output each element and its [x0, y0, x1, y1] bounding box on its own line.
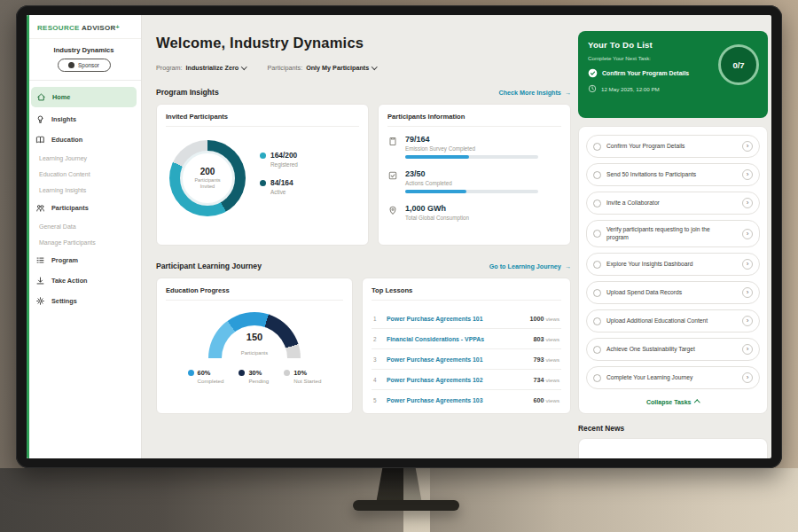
chevron-down-icon	[241, 64, 246, 69]
chevron-right-icon[interactable]: ›	[742, 287, 753, 298]
sidebar-item-home[interactable]: Home	[31, 87, 137, 107]
brand-advisor: ADVISOR	[82, 24, 116, 32]
todo-panel: Your To Do List Complete Your Next Task:…	[578, 31, 768, 458]
participants-select[interactable]: Participants: Only My Participants	[268, 64, 377, 72]
section-title-learning-journey: Participant Learning Journey	[156, 262, 262, 270]
main-content: Welcome, Industry Dynamics Program: Indu…	[142, 15, 578, 458]
org-name: Industry Dynamics	[27, 46, 141, 54]
page-title: Welcome, Industry Dynamics	[156, 35, 571, 51]
lesson-link[interactable]: Power Purchase Agreements 101	[387, 356, 483, 363]
invited-participants-title: Invited Participants	[166, 113, 359, 127]
gauge-legend: 60% Completed 30% Pending 10% Not Starte…	[188, 369, 322, 384]
task-checkbox[interactable]	[593, 143, 601, 151]
sidebar-item-program[interactable]: Program	[27, 250, 141, 270]
sidebar-item-education-content[interactable]: Education Content	[27, 166, 141, 182]
chevron-right-icon[interactable]: ›	[742, 141, 753, 152]
home-icon	[36, 92, 46, 102]
todo-task-row[interactable]: Upload Spend Data Records ›	[586, 281, 760, 304]
gauge-center-value: 150	[208, 332, 301, 342]
clock-icon	[588, 84, 597, 93]
sidebar-item-take-action[interactable]: Take Action	[27, 270, 141, 291]
todo-task-row[interactable]: Confirm Your Program Details ›	[586, 135, 760, 158]
todo-task-row[interactable]: Complete Your Learning Journey ›	[586, 366, 760, 389]
learning-card-row: Education Progress 150 Participants	[156, 278, 571, 414]
program-select[interactable]: Program: Industrialize Zero	[156, 64, 246, 72]
donut-legend: 164/200 Registered 84/164 Active	[260, 151, 298, 206]
sidebar-item-settings[interactable]: Settings	[27, 291, 141, 311]
lesson-link[interactable]: Financial Considerations - VPPAs	[387, 336, 484, 342]
education-progress-card: Education Progress 150 Participants	[156, 278, 353, 414]
go-to-learning-journey-link[interactable]: Go to Learning Journey →	[489, 262, 571, 270]
book-icon	[35, 135, 45, 145]
left-green-accent	[27, 15, 29, 458]
learning-journey-header: Participant Learning Journey Go to Learn…	[156, 262, 571, 270]
education-progress-title: Education Progress	[166, 286, 343, 301]
chevron-right-icon[interactable]: ›	[742, 259, 753, 270]
lesson-link[interactable]: Power Purchase Agreements 102	[387, 377, 483, 383]
todo-next-task[interactable]: Confirm Your Program Details	[588, 68, 712, 78]
sidebar-item-participants[interactable]: Participants	[27, 198, 141, 218]
gear-icon	[35, 296, 45, 306]
lesson-link[interactable]: Power Purchase Agreements 101	[387, 316, 483, 322]
monitor-bezel: RESOURCE ADVISOR+ Industry Dynamics Spon…	[16, 5, 782, 468]
task-checkbox[interactable]	[593, 171, 601, 179]
completed-dot	[188, 370, 194, 376]
task-checkbox[interactable]	[593, 230, 601, 238]
sidebar-item-manage-participants[interactable]: Manage Participants	[27, 234, 141, 250]
people-icon	[35, 203, 45, 213]
lesson-row: 1 Power Purchase Agreements 101 1000view…	[372, 309, 561, 329]
todo-task-row[interactable]: Invite a Collaborator ›	[586, 192, 760, 215]
sidebar-item-education[interactable]: Education	[27, 129, 141, 150]
monitor-stand-base	[353, 500, 459, 511]
chevron-right-icon[interactable]: ›	[742, 316, 753, 326]
chevron-right-icon[interactable]: ›	[742, 169, 753, 180]
download-icon	[35, 276, 45, 286]
sidebar-item-learning-insights[interactable]: Learning Insights	[27, 182, 141, 198]
chevron-right-icon[interactable]: ›	[742, 344, 753, 355]
task-checkbox[interactable]	[593, 289, 601, 297]
top-lessons-card: Top Lessons 1 Power Purchase Agreements …	[362, 278, 571, 414]
collapse-tasks-link[interactable]: Collapse Tasks	[586, 395, 760, 409]
recent-news-card	[578, 438, 768, 458]
sidebar-item-learning-journey[interactable]: Learning Journey	[27, 150, 141, 166]
gauge-center-label: Participants	[241, 350, 268, 356]
todo-task-row[interactable]: Explore Your Insights Dashboard ›	[586, 253, 760, 276]
active-dot	[260, 180, 266, 186]
todo-task-row[interactable]: Send 50 Invitations to Participants ›	[586, 163, 760, 186]
chevron-up-icon	[695, 400, 700, 405]
check-more-insights-link[interactable]: Check More Insights →	[499, 89, 571, 97]
task-checkbox[interactable]	[593, 374, 601, 382]
emission-survey-progress-bar	[405, 155, 538, 159]
actions-progress-bar	[405, 190, 538, 193]
legend-pending: 30% Pending	[239, 369, 269, 384]
lesson-row: 4 Power Purchase Agreements 102 734views	[372, 370, 561, 390]
task-checkbox[interactable]	[593, 200, 601, 207]
brand-logo: RESOURCE ADVISOR+	[27, 15, 141, 39]
lesson-row: 3 Power Purchase Agreements 101 793views	[372, 349, 561, 370]
not-started-dot	[284, 370, 290, 376]
arrow-right-icon: →	[565, 89, 571, 97]
todo-task-row[interactable]: Upload Additional Educational Content ›	[586, 309, 760, 332]
legend-completed: 60% Completed	[188, 369, 224, 384]
top-lessons-title: Top Lessons	[372, 286, 561, 301]
task-checkbox[interactable]	[593, 261, 601, 269]
pending-dot	[239, 370, 245, 376]
arrow-right-icon: →	[565, 262, 571, 270]
filter-bar: Program: Industrialize Zero Participants…	[156, 64, 571, 72]
chevron-right-icon[interactable]: ›	[742, 198, 753, 208]
sidebar-item-insights[interactable]: Insights	[27, 109, 141, 129]
chevron-right-icon[interactable]: ›	[742, 372, 753, 383]
todo-task-row[interactable]: Achieve One Sustainability Target ›	[586, 338, 760, 361]
chevron-down-icon	[372, 64, 377, 69]
dashboard-screen: RESOURCE ADVISOR+ Industry Dynamics Spon…	[27, 15, 771, 458]
task-checkbox[interactable]	[593, 346, 601, 354]
task-checkbox[interactable]	[593, 317, 601, 325]
brand-resource: RESOURCE	[37, 24, 80, 32]
sidebar-nav: Home Insights Education Learning Journey…	[27, 87, 141, 311]
todo-task-row[interactable]: Verify participants requesting to join t…	[586, 220, 760, 247]
chevron-right-icon[interactable]: ›	[742, 229, 753, 239]
invited-participants-card: Invited Participants 200 Participants In…	[156, 104, 369, 246]
legend-registered: 164/200 Registered	[260, 151, 298, 168]
sidebar-item-general-data[interactable]: General Data	[27, 218, 141, 234]
lesson-link[interactable]: Power Purchase Agreements 103	[387, 397, 483, 403]
